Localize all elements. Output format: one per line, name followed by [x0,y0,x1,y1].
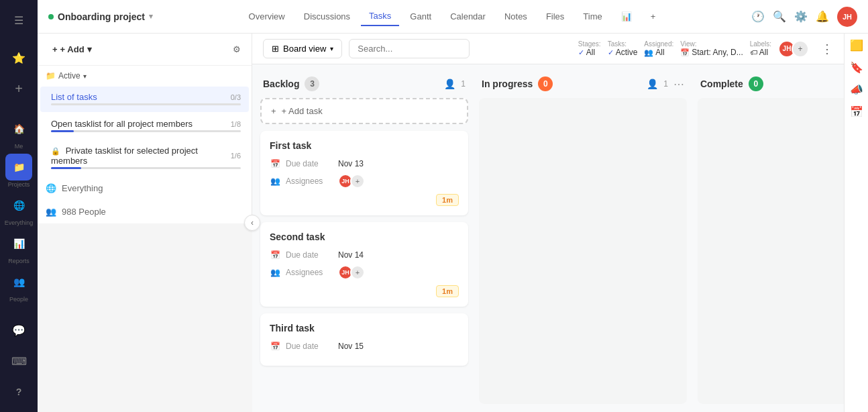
add-chevron-icon: ▾ [87,44,92,54]
stages-check-icon: ✓ [578,48,584,57]
sidebar-item-private-tasklist[interactable]: 🔒 Private tasklist for selected project … [40,140,249,176]
everything-nav[interactable]: 🌐 Everything [5,192,34,226]
assigned-value[interactable]: 👥 All [644,48,664,57]
column-backlog-person-count: 1 [461,79,466,89]
assignees-icon-first: 👥 [270,176,280,186]
due-date-value-second: Nov 14 [338,250,364,260]
right-panel-announce-icon[interactable]: 📣 [850,83,863,96]
bell-icon[interactable]: 🔔 [816,10,829,23]
reports-nav[interactable]: 📊 Reports [5,230,32,264]
right-panel-yellow-icon[interactable]: 🟨 [850,39,863,52]
sidebar-item-label-3: 🔒 Private tasklist for selected project … [51,146,231,166]
assigned-filter[interactable]: Assigned: 👥 All [644,40,673,57]
due-date-label-first: Due date [286,159,333,168]
sidebar-item-count-2: 1/8 [231,120,241,128]
sidebar-item-open-tasklist[interactable]: Open tasklist for all project members 1/… [40,113,249,139]
projects-icon[interactable]: 📁 [5,154,32,181]
help-icon[interactable]: ? [5,378,32,405]
filter-icon[interactable]: ⚙ [230,42,243,57]
content-area: + + Add ▾ ⚙ 📁 Active ▾ List of tasks [38,34,868,412]
view-value[interactable]: 📅 Start: Any, D... [680,48,743,57]
nav-plus-icon[interactable]: + [643,7,664,25]
toolbar-avatar-group[interactable]: JH + [778,40,809,58]
task-time-badge-first: 1m [436,194,459,206]
sidebar-collapse-button[interactable]: ‹ [244,215,260,231]
nav-time[interactable]: Time [575,7,610,25]
task-due-date-field-second: 📅 Due date Nov 14 [270,250,459,260]
people-nav[interactable]: 👥 People [5,268,32,303]
star-icon[interactable]: ⭐ [5,44,32,71]
column-in-progress-person-count: 1 [663,79,668,89]
view-filter[interactable]: View: 📅 Start: Any, D... [680,40,743,57]
sidebar-bottom-people[interactable]: 👥 988 People [38,200,252,223]
column-complete-badge: 0 [749,76,763,91]
settings-icon[interactable]: ⚙️ [794,10,808,23]
labels-value[interactable]: 🏷 All [750,48,768,57]
nav-files[interactable]: Files [538,7,572,25]
toolbar-avatar-plus[interactable]: + [792,40,809,58]
me-label: Me [15,143,23,150]
nav-calendar[interactable]: Calendar [442,7,494,25]
nav-gantt[interactable]: Gantt [402,7,439,25]
column-backlog-person-icon: 👤 [444,79,455,89]
tasks-filter[interactable]: Tasks: ✓ Active [608,40,638,57]
sidebar-item-progress-2 [51,130,241,132]
nav-tasks[interactable]: Tasks [361,7,399,26]
column-backlog-title: Backlog [263,79,299,89]
grid-icon: ⊞ [272,44,279,54]
task-card-second[interactable]: Second task 📅 Due date Nov 14 👥 Assignee… [260,222,468,307]
board-view-button[interactable]: ⊞ Board view ▾ [263,39,342,58]
right-panel: 🟨 🔖 📣 📅 [844,34,868,412]
top-nav: Onboarding project ▾ Overview Discussion… [38,0,868,34]
people-icon[interactable]: 👥 [5,268,32,295]
column-in-progress: In progress 0 👤 1 ⋯ [479,72,687,404]
me-icon[interactable]: 🏠 [5,115,32,142]
task-avatar-plus-second[interactable]: + [350,265,365,280]
stages-value[interactable]: ✓ All [578,48,595,57]
assigned-people-icon: 👥 [644,48,653,57]
reports-icon[interactable]: 📊 [5,230,32,257]
sidebar-item-list-of-tasks[interactable]: List of tasks 0/3 [40,87,249,112]
keyboard-icon[interactable]: ⌨ [5,348,32,374]
sidebar-bottom-everything[interactable]: 🌐 Everything [38,176,252,200]
nav-discussions[interactable]: Discussions [296,7,358,25]
menu-icon[interactable]: ☰ [5,7,32,34]
search-icon[interactable]: 🔍 [773,10,786,23]
nav-chart-icon[interactable]: 📊 [613,7,640,25]
add-task-plus-icon: + [271,106,276,116]
tasks-value[interactable]: ✓ Active [608,48,638,57]
column-backlog-badge: 3 [305,76,319,91]
nav-overview[interactable]: Overview [241,7,293,25]
me-nav[interactable]: 🏠 Me [5,115,32,150]
add-icon[interactable]: + [5,75,32,102]
nav-notes[interactable]: Notes [496,7,535,25]
task-due-date-field-first: 📅 Due date Nov 13 [270,159,459,168]
project-name[interactable]: Onboarding project ▾ [48,11,153,22]
task-card-third[interactable]: Third task 📅 Due date Nov 15 [260,313,468,366]
toolbar-more-button[interactable]: ⋮ [821,42,833,56]
chat-icon[interactable]: 💬 [5,317,32,344]
right-panel-calendar-icon[interactable]: 📅 [850,105,863,118]
column-backlog: Backlog 3 👤 1 + + Add task First task 📅 [260,72,468,404]
board-toolbar: ⊞ Board view ▾ Stages: ✓ All Tasks: [252,34,844,64]
icon-bar: ☰ ⭐ + 🏠 Me 📁 Projects 🌐 Everything 📊 Rep… [0,0,38,412]
add-button[interactable]: + + Add ▾ [46,40,99,58]
column-in-progress-more[interactable]: ⋯ [673,78,684,91]
right-panel-bookmark-icon[interactable]: 🔖 [850,61,863,74]
user-avatar[interactable]: JH [837,7,857,27]
reports-label: Reports [8,258,30,264]
clock-icon[interactable]: 🕐 [751,10,765,23]
projects-nav[interactable]: 📁 Projects [5,154,32,188]
sidebar-item-count-1: 0/3 [231,93,241,101]
search-input[interactable] [349,39,470,58]
task-card-first[interactable]: First task 📅 Due date Nov 13 👥 Assignees… [260,131,468,215]
task-footer-first: 1m [270,194,459,206]
sidebar-item-label-2: Open tasklist for all project members [51,119,193,129]
labels-filter[interactable]: Labels: 🏷 All [750,40,771,57]
project-chevron-icon[interactable]: ▾ [149,12,153,21]
stages-filter[interactable]: Stages: ✓ All [578,40,601,57]
add-task-button[interactable]: + + Add task [260,98,468,124]
everything-icon[interactable]: 🌐 [5,192,32,219]
sidebar-active-filter[interactable]: 📁 Active ▾ [38,66,252,86]
task-avatar-plus-first[interactable]: + [350,174,365,189]
